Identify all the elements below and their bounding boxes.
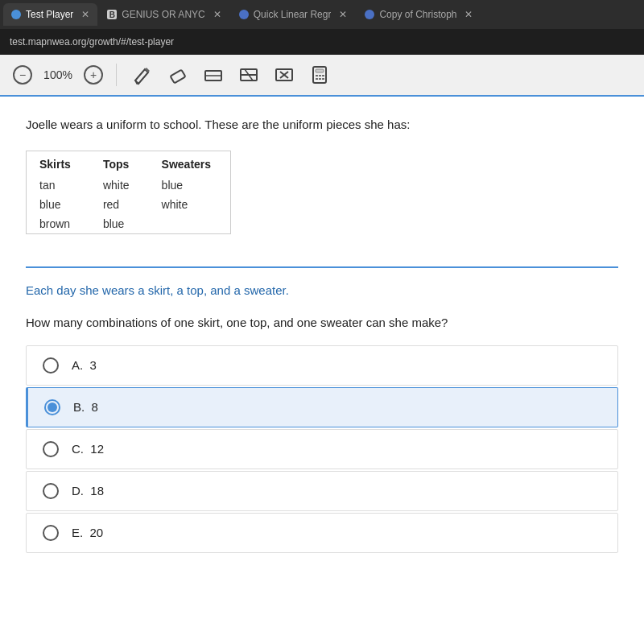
tab-close-3[interactable]: ✕	[339, 9, 347, 20]
answer-label-c: C. 12	[72, 442, 104, 456]
svg-rect-14	[316, 78, 318, 80]
pencil-icon[interactable]	[130, 62, 155, 88]
uniform-table: Skirts Tops Sweaters tan white blue blue…	[26, 151, 231, 234]
col-header-tops: Tops	[90, 151, 149, 175]
address-bar[interactable]: test.mapnwea.org/growth/#/test-player	[0, 29, 644, 55]
answer-label-b: B. 8	[73, 400, 98, 414]
toolbar: − 100% +	[0, 55, 644, 97]
answer-label-e: E. 20	[72, 526, 103, 539]
tab-close-1[interactable]: ✕	[81, 9, 89, 20]
answer-choice-c[interactable]: C. 12	[26, 429, 618, 469]
tab-favicon-4	[365, 10, 374, 19]
radio-e	[43, 525, 59, 541]
radio-d	[43, 483, 59, 499]
tab-genius[interactable]: B GENIUS OR ANYC ✕	[99, 3, 229, 26]
answer-label-a: A. 3	[72, 358, 97, 372]
row1-sweater: blue	[149, 175, 230, 195]
strikethrough-icon[interactable]	[236, 62, 262, 88]
col-header-skirts: Skirts	[27, 151, 90, 175]
row3-skirt: brown	[27, 214, 90, 233]
answer-choices-container: A. 3 B. 8 C. 12 D. 18 E. 20	[26, 345, 618, 553]
row2-skirt: blue	[27, 195, 90, 214]
table-row: tan white blue	[27, 175, 230, 195]
svg-rect-16	[322, 78, 324, 80]
tab-label-1: Test Player	[26, 9, 73, 20]
tab-close-2[interactable]: ✕	[213, 9, 221, 20]
calculator-icon[interactable]	[307, 62, 332, 88]
tab-label-2: GENIUS OR ANYC	[122, 9, 204, 20]
followup1: Each day she wears a skirt, a top, and a…	[26, 281, 618, 300]
highlight-icon[interactable]	[200, 62, 226, 88]
answer-label-d: D. 18	[72, 484, 104, 497]
svg-rect-13	[322, 75, 324, 76]
zoom-increase-button[interactable]: +	[84, 65, 103, 85]
section-divider	[26, 266, 618, 268]
toolbar-divider-1	[116, 64, 117, 86]
answer-choice-a[interactable]: A. 3	[26, 345, 618, 386]
eliminate-icon[interactable]	[271, 62, 297, 88]
question-intro: Joelle wears a uniform to school. These …	[26, 116, 618, 134]
tab-label-3: Quick Linear Regr	[254, 9, 332, 20]
tab-test-player[interactable]: Test Player ✕	[3, 3, 97, 26]
tab-favicon-3	[239, 10, 249, 19]
tab-close-4[interactable]: ✕	[464, 9, 473, 20]
main-content: Joelle wears a uniform to school. These …	[0, 97, 644, 644]
browser-chrome: Test Player ✕ B GENIUS OR ANYC ✕ Quick L…	[0, 0, 644, 55]
tab-copy[interactable]: Copy of Christoph ✕	[357, 3, 481, 26]
row1-top: white	[90, 175, 149, 195]
svg-rect-11	[316, 75, 318, 76]
row3-sweater	[149, 214, 230, 233]
svg-rect-15	[319, 78, 321, 80]
row3-top: blue	[90, 214, 149, 233]
zoom-decrease-button[interactable]: −	[13, 65, 32, 85]
svg-rect-10	[316, 69, 324, 72]
row1-skirt: tan	[27, 175, 90, 195]
tab-favicon-2: B	[107, 10, 117, 19]
svg-rect-12	[319, 75, 321, 76]
zoom-level: 100%	[42, 68, 74, 81]
table-row: brown blue	[27, 214, 230, 233]
eraser-icon[interactable]	[165, 62, 191, 88]
row2-sweater: white	[149, 195, 230, 214]
table-row: blue red white	[27, 195, 230, 214]
radio-b-inner	[47, 402, 57, 412]
radio-a	[43, 357, 59, 374]
followup2: How many combinations of one skirt, one …	[26, 313, 618, 332]
row2-top: red	[90, 195, 149, 214]
tab-linear[interactable]: Quick Linear Regr ✕	[231, 3, 356, 26]
radio-b	[44, 399, 60, 415]
address-text: test.mapnwea.org/growth/#/test-player	[10, 36, 174, 47]
answer-choice-d[interactable]: D. 18	[26, 471, 618, 511]
col-header-sweaters: Sweaters	[149, 151, 230, 175]
radio-c	[43, 441, 59, 457]
answer-choice-b[interactable]: B. 8	[26, 387, 618, 427]
tab-bar: Test Player ✕ B GENIUS OR ANYC ✕ Quick L…	[0, 0, 644, 29]
tab-favicon-1	[11, 10, 21, 19]
tab-label-4: Copy of Christoph	[379, 9, 456, 20]
answer-choice-e[interactable]: E. 20	[26, 513, 618, 553]
svg-rect-0	[171, 70, 186, 84]
